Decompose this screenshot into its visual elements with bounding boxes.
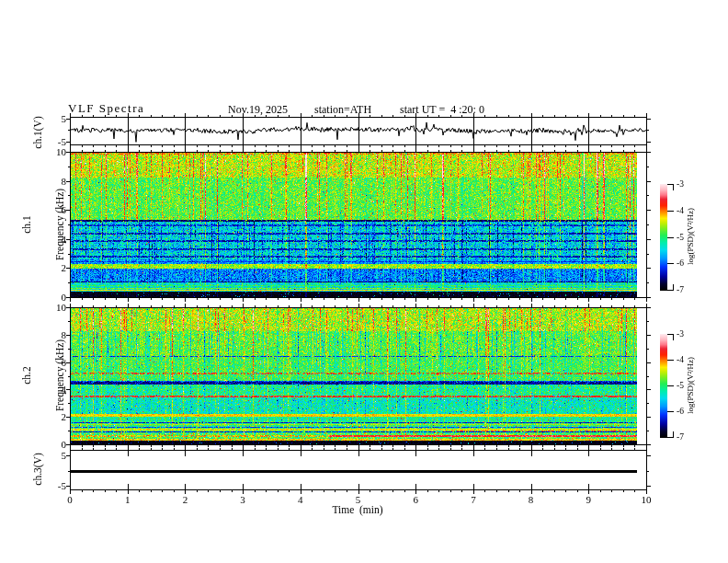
ch1-spect-y-tick-label: 10	[39, 146, 66, 157]
colorbar2-tick-label: -7	[677, 432, 684, 442]
x-tick-label: 7	[462, 494, 484, 505]
ch1-spect-y-tick-label: 4	[39, 234, 66, 245]
colorbar1-tick-label: -3	[677, 179, 684, 189]
x-tick-label: 5	[347, 494, 370, 505]
x-tick-label: 0	[59, 494, 81, 505]
ch1-spect-y-axis-label: ch.1 Frequency (kHz)	[0, 189, 87, 260]
ch2-spect-y-tick-label: 4	[39, 384, 66, 395]
ch1-spect-y-tick-label: 2	[39, 262, 66, 273]
colorbar2-tick-label: -6	[677, 407, 684, 416]
ch2-spect-y-tick-label: 8	[39, 329, 66, 340]
ch1-spect-y-tick-label: 6	[39, 204, 66, 215]
ch1-wave-y-tick-label: -5	[39, 136, 66, 147]
ch1-spect-y-tick-label: 8	[39, 176, 66, 187]
x-tick-label: 10	[635, 494, 657, 505]
colorbar2-tick-label: -5	[677, 381, 684, 390]
colorbar1-tick-label: -7	[677, 285, 684, 294]
x-tick-label: 3	[232, 494, 254, 505]
station-label: station=ATH	[314, 103, 371, 117]
colorbar2-label: log(PSD)(V²/Hz)	[686, 357, 695, 414]
plot-canvas	[0, 0, 728, 563]
vlf-spectra-figure: VLF Spectra Nov.19, 2025 station=ATH sta…	[0, 0, 728, 563]
ch1-wave-y-tick-label: 5	[39, 113, 66, 124]
colorbar2-tick-label: -4	[677, 355, 684, 364]
date-label: Nov.19, 2025	[228, 103, 288, 117]
colorbar1-tick-label: -5	[677, 233, 684, 242]
x-tick-label: 8	[520, 494, 542, 505]
x-tick-label: 4	[290, 494, 312, 505]
ch1-spect-y-axis-label-line2: Frequency (kHz)	[54, 189, 65, 260]
ch1-spect-y-axis-label-line1: ch.1	[21, 189, 32, 260]
x-tick-label: 6	[404, 494, 427, 505]
colorbar2-tick-label: -3	[677, 329, 684, 339]
ch2-spect-y-tick-label: 10	[39, 302, 66, 313]
colorbar1-label: log(PSD)(V²/Hz)	[686, 208, 695, 265]
ch3-wave-y-tick-label: -5	[39, 480, 66, 491]
x-tick-label: 1	[117, 494, 139, 505]
figure-title: VLF Spectra	[68, 101, 144, 116]
ch2-spect-y-tick-label: 2	[39, 411, 66, 422]
time-axis-label: Time (min)	[312, 504, 404, 515]
colorbar1-tick-label: -6	[677, 259, 684, 268]
x-tick-label: 9	[577, 494, 599, 505]
ch2-spect-y-axis-label: ch.2 Frequency (kHz)	[0, 339, 87, 411]
ch2-spect-y-tick-label: 0	[39, 439, 66, 450]
colorbar1-tick-label: -4	[677, 206, 684, 215]
start-ut-label: start UT = 4 :20: 0	[400, 103, 484, 117]
ch2-spect-y-axis-label-line2: Frequency (kHz)	[54, 339, 65, 411]
ch2-spect-y-axis-label-line1: ch.2	[21, 339, 32, 411]
ch2-spect-y-tick-label: 6	[39, 357, 66, 368]
x-tick-label: 2	[174, 494, 196, 505]
ch3-wave-y-tick-label: 5	[39, 450, 66, 461]
